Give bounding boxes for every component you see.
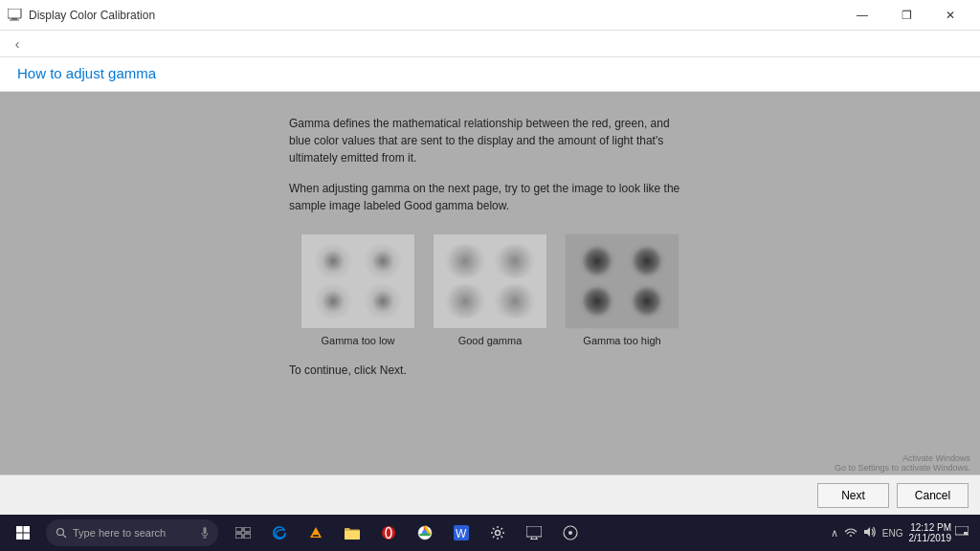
gamma-sample-high: Gamma too high [565, 233, 679, 346]
gamma-dot [443, 244, 487, 278]
page-heading[interactable]: How to adjust gamma [17, 65, 156, 81]
gamma-image-good [433, 233, 547, 329]
gamma-dot [575, 284, 619, 319]
gamma-dot [493, 244, 537, 278]
start-button[interactable] [4, 515, 42, 551]
word-icon: W [454, 525, 469, 540]
gamma-dot [361, 284, 405, 319]
svg-point-24 [496, 531, 501, 536]
action-center-button[interactable] [955, 526, 969, 540]
app-icon [8, 8, 23, 23]
next-button[interactable]: Next [817, 483, 889, 508]
svg-rect-4 [24, 526, 31, 533]
chevron-icon[interactable]: ∧ [829, 527, 840, 540]
svg-rect-13 [244, 527, 251, 532]
gamma-sample-good: Good gamma [433, 233, 547, 346]
cancel-button[interactable]: Cancel [897, 483, 969, 508]
svg-point-7 [57, 529, 64, 536]
window-title: Display Color Calibration [29, 9, 155, 22]
task-view-icon [235, 527, 251, 539]
taskbar-icons: W [226, 515, 588, 551]
inner-content: Gamma defines the mathematical relations… [284, 115, 696, 377]
volume-icon [861, 526, 879, 540]
description-paragraph-1: Gamma defines the mathematical relations… [289, 115, 691, 166]
svg-rect-3 [16, 526, 23, 533]
edge-button[interactable] [262, 515, 297, 551]
gamma-image-low [301, 233, 415, 329]
taskbar-clock: 12:12 PM 2/11/2019 [909, 522, 952, 543]
gamma-dot [493, 284, 537, 319]
word-button[interactable]: W [444, 515, 479, 551]
display-icon [526, 526, 542, 540]
language-indicator: ENG [880, 528, 905, 539]
svg-rect-25 [526, 526, 542, 537]
chrome-icon [417, 525, 433, 540]
gamma-samples-row: Gamma too low Good gamma [284, 233, 696, 346]
taskbar-search[interactable]: Type here to search [46, 519, 218, 546]
watermark: Activate WindowsGo to Settings to activa… [835, 453, 970, 473]
display-button[interactable] [517, 515, 551, 551]
window-controls: — ❐ ✕ [840, 0, 972, 31]
gamma-dot [443, 284, 487, 319]
action-center-icon [955, 526, 969, 538]
svg-marker-32 [864, 527, 870, 537]
svg-point-30 [568, 531, 572, 535]
chrome-button[interactable] [408, 515, 442, 551]
titlebar-left: Display Color Calibration [8, 8, 155, 23]
app-window: Display Color Calibration — ❐ ✕ ‹ How to… [0, 0, 980, 551]
system-tray-icons: ∧ ENG [829, 526, 905, 540]
gamma-label-low: Gamma too low [321, 335, 394, 346]
svg-rect-17 [313, 535, 319, 537]
gamma-label-high: Gamma too high [583, 335, 660, 346]
task-view-button[interactable] [226, 515, 260, 551]
opera-icon [381, 525, 396, 540]
file-explorer-button[interactable] [335, 515, 369, 551]
svg-rect-0 [8, 9, 21, 18]
settings-button[interactable] [480, 515, 515, 551]
gamma-dot [575, 244, 619, 278]
wifi-icon [844, 526, 858, 538]
clock-date: 2/11/2019 [909, 533, 952, 543]
titlebar: Display Color Calibration — ❐ ✕ [0, 0, 980, 31]
svg-rect-9 [204, 527, 207, 534]
close-button[interactable]: ✕ [928, 0, 972, 31]
gamma-dot [625, 244, 669, 278]
folder-icon [345, 526, 360, 540]
gamma-dot [311, 284, 355, 319]
minimize-button[interactable]: — [840, 0, 884, 31]
vlc-button[interactable] [299, 515, 333, 551]
svg-point-31 [850, 535, 852, 537]
clock-time: 12:12 PM [909, 522, 952, 533]
heading-row: How to adjust gamma [0, 57, 980, 92]
svg-rect-12 [235, 527, 242, 532]
svg-rect-1 [11, 18, 17, 20]
continue-text: To continue, click Next. [289, 364, 691, 377]
gamma-label-good: Good gamma [458, 335, 523, 346]
gamma-dot [625, 284, 669, 319]
edge-icon [272, 525, 287, 540]
svg-line-8 [63, 535, 66, 538]
gamma-dot [361, 244, 405, 278]
vlc-icon [308, 525, 323, 540]
opera-button[interactable] [371, 515, 406, 551]
gamma-dot [311, 244, 355, 278]
taskbar-search-placeholder: Type here to search [73, 527, 166, 539]
search-icon [56, 527, 67, 539]
back-button[interactable]: ‹ [8, 34, 27, 54]
media-button[interactable] [553, 515, 588, 551]
settings-icon [490, 525, 505, 540]
network-icon [842, 526, 859, 540]
nav-row: ‹ [0, 31, 980, 57]
taskbar: Type here to search [0, 515, 980, 551]
taskbar-right: ∧ ENG [829, 522, 976, 543]
media-icon [563, 525, 578, 540]
microphone-icon [201, 527, 209, 539]
svg-rect-15 [244, 534, 251, 539]
description-paragraph-2: When adjusting gamma on the next page, t… [289, 180, 691, 214]
gamma-image-high [565, 233, 679, 329]
svg-rect-2 [10, 19, 19, 20]
maximize-button[interactable]: ❐ [884, 0, 928, 31]
gamma-sample-low: Gamma too low [301, 233, 415, 346]
svg-text:W: W [456, 527, 467, 540]
svg-rect-14 [235, 534, 242, 539]
